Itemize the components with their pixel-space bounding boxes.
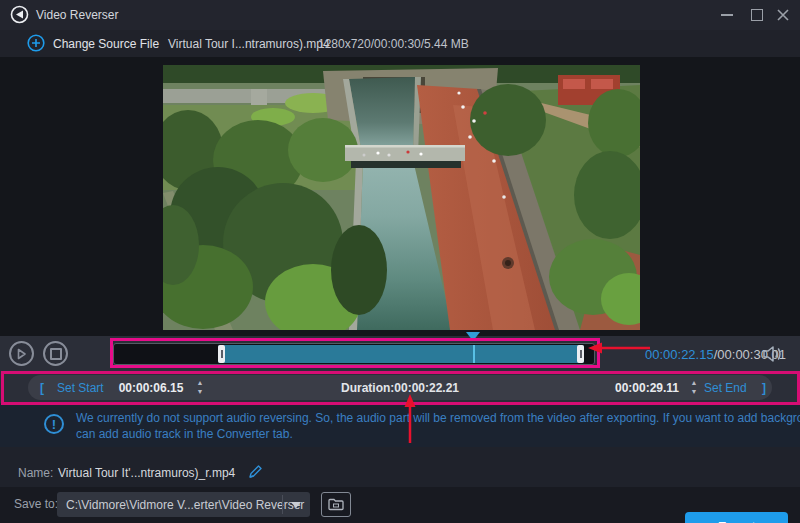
play-button[interactable]	[9, 341, 34, 366]
video-stage	[0, 57, 800, 336]
folder-icon	[328, 498, 344, 511]
end-time-stepper: ▲ ▼	[688, 378, 700, 396]
minimize-button[interactable]	[712, 0, 742, 30]
timeline-selection[interactable]	[218, 345, 584, 363]
dropdown-arrow-icon[interactable]	[291, 502, 301, 508]
minimize-icon	[721, 14, 733, 16]
set-end-button[interactable]: Set End	[704, 381, 747, 395]
handle-notch	[580, 350, 582, 358]
close-button[interactable]	[768, 0, 798, 30]
trim-start-handle[interactable]	[218, 345, 225, 363]
handle-notch	[221, 350, 223, 358]
info-icon: !	[44, 414, 64, 434]
stop-button[interactable]	[43, 341, 68, 366]
export-button[interactable]: Export	[685, 512, 788, 523]
end-bracket: ]	[762, 381, 766, 395]
video-preview	[163, 65, 640, 330]
title-bar: Video Reverser	[0, 0, 800, 31]
source-filename: Virtual Tour I...ntramuros).mp4	[168, 37, 330, 51]
close-icon	[776, 8, 790, 22]
video-reverser-window: Video Reverser Change Source File Virtua…	[0, 0, 800, 523]
trim-pill: [ Set Start 00:00:06.15 ▲ ▼ Duration:00:…	[28, 375, 772, 400]
stepper-down-icon[interactable]: ▼	[691, 387, 698, 396]
stop-icon	[50, 348, 62, 360]
change-source-file-button[interactable]: Change Source File	[53, 37, 159, 51]
save-path-select[interactable]: C:\Vidmore\Vidmore V...erter\Video Rever…	[57, 492, 310, 517]
edit-name-icon[interactable]	[247, 464, 263, 480]
notice-line-2: can add audio track in the Converter tab…	[76, 426, 800, 442]
stepper-up-icon[interactable]: ▲	[691, 378, 698, 387]
notice-bar: ! We currently do not support audio reve…	[0, 403, 800, 447]
play-icon	[16, 348, 27, 360]
app-logo-icon	[10, 5, 29, 24]
current-time: 00:00:22.15	[645, 347, 714, 362]
trim-end-handle[interactable]	[577, 345, 584, 363]
playhead-line	[473, 345, 475, 363]
select-divider	[282, 495, 283, 514]
save-to-row: Save to: C:\Vidmore\Vidmore V...erter\Vi…	[0, 487, 800, 523]
output-panel: Name: Virtual Tour It'...ntramuros)_r.mp…	[0, 447, 800, 523]
end-time-field[interactable]: 00:00:29.11	[608, 381, 686, 395]
notice-text: We currently do not support audio revers…	[76, 410, 800, 442]
maximize-icon	[751, 9, 763, 21]
save-to-label: Save to:	[14, 497, 58, 511]
trim-bar: [ Set Start 00:00:06.15 ▲ ▼ Duration:00:…	[0, 372, 800, 403]
source-file-info: 1280x720/00:00:30/5.44 MB	[318, 37, 469, 51]
source-toolbar: Change Source File Virtual Tour I...ntra…	[0, 30, 800, 57]
name-label: Name:	[18, 466, 53, 480]
browse-folder-button[interactable]	[321, 492, 351, 517]
volume-icon[interactable]	[760, 342, 784, 366]
save-path-value: C:\Vidmore\Vidmore V...erter\Video Rever…	[66, 498, 304, 512]
add-source-icon[interactable]	[27, 34, 45, 52]
notice-line-1: We currently do not support audio revers…	[76, 410, 800, 426]
output-name-value: Virtual Tour It'...ntramuros)_r.mp4	[58, 466, 235, 480]
timeline-track[interactable]	[113, 343, 595, 365]
player-controls: 00:00:22.15/00:00:30.01	[0, 336, 800, 372]
playhead-marker[interactable]	[466, 332, 480, 341]
app-title: Video Reverser	[36, 8, 119, 22]
video-frame-aerial-intramuros	[163, 65, 640, 330]
